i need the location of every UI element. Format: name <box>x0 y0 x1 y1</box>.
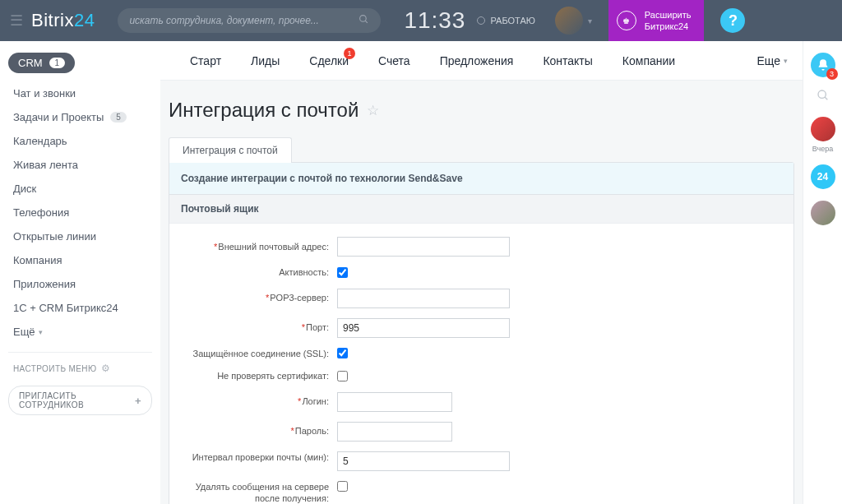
rail-user-avatar-1[interactable] <box>811 117 835 141</box>
gear-icon: ⚙ <box>101 363 110 374</box>
label-external-email: *Внешний почтовый адрес: <box>181 241 329 253</box>
status-dot-icon <box>477 16 485 25</box>
label-pop3: *POP3-сервер: <box>181 292 329 304</box>
sidebar-item-label: Телефония <box>13 206 69 219</box>
tab-start[interactable]: Старт <box>175 41 236 81</box>
password-field[interactable] <box>337 422 452 442</box>
logo-text: Bitrix <box>31 10 74 30</box>
sidebar-item-label: Живая лента <box>13 159 78 171</box>
sidebar-item-chat[interactable]: Чат и звонки <box>8 81 152 105</box>
svg-point-0 <box>360 16 367 22</box>
tabs-more[interactable]: Еще ▾ <box>757 54 789 67</box>
sidebar-item-crm-active[interactable]: CRM 1 <box>8 53 75 73</box>
search-icon[interactable] <box>359 14 369 27</box>
clock[interactable]: 11:33 <box>404 7 465 34</box>
tabs-more-label: Еще <box>757 54 781 67</box>
avatar-caret-icon[interactable]: ▾ <box>588 16 592 25</box>
page-title: Интеграция с почтой <box>169 99 359 122</box>
user-avatar[interactable] <box>555 7 583 35</box>
sidebar-more[interactable]: Ещё ▾ <box>8 320 152 344</box>
sidebar-item-apps[interactable]: Приложения <box>8 272 152 296</box>
section-header-mailbox: Почтовый ящик <box>169 195 793 224</box>
tab-label: Старт <box>190 54 221 67</box>
chevron-down-icon: ▾ <box>39 328 43 336</box>
chevron-down-icon: ▾ <box>784 57 788 65</box>
favorite-star-icon[interactable]: ☆ <box>367 102 379 119</box>
configure-menu[interactable]: НАСТРОИТЬ МЕНЮ ⚙ <box>8 363 152 386</box>
plus-icon: + <box>135 395 141 407</box>
label-password: *Пароль: <box>181 425 329 437</box>
port-field[interactable] <box>337 318 510 338</box>
tab-label: Компании <box>622 54 675 67</box>
work-status[interactable]: РАБОТАЮ <box>477 16 534 25</box>
label-ssl: Защищённое соединение (SSL): <box>181 348 329 360</box>
hamburger-icon[interactable]: ☰ <box>10 12 23 30</box>
help-button[interactable]: ? <box>720 8 745 33</box>
tab-contacts[interactable]: Контакты <box>528 41 607 81</box>
left-sidebar: CRM 1 Чат и звонки Задачи и Проекты 5 Ка… <box>0 41 160 504</box>
count-badge: 5 <box>110 112 127 123</box>
sidebar-item-company[interactable]: Компания <box>8 248 152 272</box>
label-interval: Интервал проверки почты (мин): <box>181 451 329 464</box>
work-status-label: РАБОТАЮ <box>490 16 534 25</box>
tab-invoices[interactable]: Счета <box>363 41 425 81</box>
upgrade-label: Расширить Битрикс24 <box>645 9 692 33</box>
tab-label: Сделки <box>309 54 349 67</box>
info-bar: Создание интеграции с почтой по технолог… <box>169 163 793 195</box>
label-active: Активность: <box>181 266 329 279</box>
crown-icon: ♚ <box>617 11 636 30</box>
svg-point-2 <box>818 90 826 98</box>
login-field[interactable] <box>337 392 452 412</box>
notifications-button[interactable]: 3 <box>811 53 835 77</box>
crm-tabs: Старт Лиды Сделки 1 Счета Предложения Ко… <box>160 41 803 81</box>
sidebar-item-label: Диск <box>13 183 36 195</box>
sidebar-item-label: Чат и звонки <box>13 87 76 99</box>
sidebar-item-disk[interactable]: Диск <box>8 177 152 201</box>
sidebar-item-tasks[interactable]: Задачи и Проекты 5 <box>8 105 152 129</box>
settings-panel: Создание интеграции с почтой по технолог… <box>169 162 794 504</box>
logo-accent: 24 <box>74 10 95 30</box>
notification-badge: 1 <box>344 48 355 59</box>
tab-label: Счета <box>378 54 410 67</box>
interval-field[interactable] <box>337 451 510 471</box>
label-port: *Порт: <box>181 321 329 334</box>
tab-leads[interactable]: Лиды <box>236 41 294 81</box>
divider <box>8 352 152 353</box>
tab-companies[interactable]: Компании <box>608 41 690 81</box>
invite-label: ПРИГЛАСИТЬ СОТРУДНИКОВ <box>19 391 128 409</box>
rail-user-avatar-2[interactable] <box>811 201 835 225</box>
sidebar-item-label: Компания <box>13 254 62 266</box>
global-search[interactable] <box>118 8 381 33</box>
logo[interactable]: Bitrix24 <box>31 10 95 31</box>
sidebar-item-feed[interactable]: Живая лента <box>8 153 152 177</box>
rail-b24-icon[interactable]: 24 <box>811 164 835 189</box>
external-email-field[interactable] <box>337 237 510 257</box>
rail-search-icon[interactable] <box>817 89 830 105</box>
svg-line-3 <box>825 97 827 99</box>
panel-tab-integration[interactable]: Интеграция с почтой <box>169 137 292 163</box>
sidebar-item-label: Календарь <box>13 135 67 147</box>
sidebar-item-telephony[interactable]: Телефония <box>8 201 152 224</box>
ssl-checkbox[interactable] <box>337 348 348 358</box>
count-badge: 1 <box>49 58 66 68</box>
main-content: Старт Лиды Сделки 1 Счета Предложения Ко… <box>160 41 803 504</box>
nocert-checkbox[interactable] <box>337 371 348 381</box>
tab-offers[interactable]: Предложения <box>425 41 529 81</box>
sidebar-item-label: Задачи и Проекты <box>13 111 104 123</box>
notification-count: 3 <box>826 68 838 80</box>
search-input[interactable] <box>129 15 359 26</box>
pop3-server-field[interactable] <box>337 289 510 308</box>
delete-after-checkbox[interactable] <box>337 481 348 492</box>
sidebar-item-calendar[interactable]: Календарь <box>8 129 152 153</box>
label-nocert: Не проверять сертификат: <box>181 370 329 382</box>
invite-employees-button[interactable]: ПРИГЛАСИТЬ СОТРУДНИКОВ + <box>8 386 152 415</box>
top-header: ☰ Bitrix24 11:33 РАБОТАЮ ▾ ♚ Расширить Б… <box>0 0 842 41</box>
sidebar-item-1c-crm[interactable]: 1С + CRM Битрикс24 <box>8 296 152 320</box>
tab-label: Контакты <box>543 54 592 67</box>
active-checkbox[interactable] <box>337 267 348 278</box>
sidebar-item-label: Открытые линии <box>13 230 96 243</box>
tab-deals[interactable]: Сделки 1 <box>294 41 363 81</box>
sidebar-item-open-lines[interactable]: Открытые линии <box>8 224 152 248</box>
sidebar-item-label: Приложения <box>13 278 76 290</box>
upgrade-button[interactable]: ♚ Расширить Битрикс24 <box>608 0 705 41</box>
